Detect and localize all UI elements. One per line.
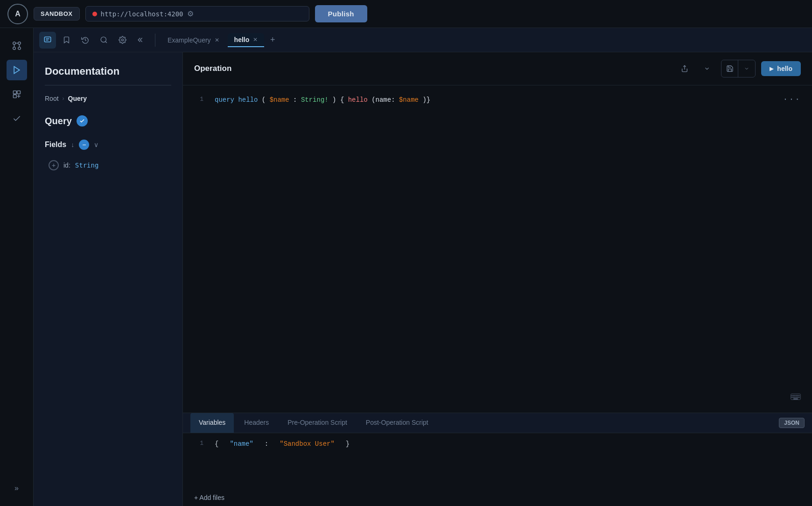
svg-point-32 bbox=[797, 397, 798, 398]
add-files-button[interactable]: + Add files bbox=[183, 489, 812, 506]
editor-wrapper: ExampleQuery ✕ hello ✕ + Documentation R… bbox=[34, 28, 812, 506]
share-icon-btn[interactable] bbox=[676, 60, 693, 77]
url-settings-icon[interactable]: ⚙ bbox=[187, 9, 194, 18]
sidebar-item-check[interactable] bbox=[7, 108, 27, 129]
var-value: "Sandbox User" bbox=[280, 439, 335, 449]
svg-point-16 bbox=[101, 37, 106, 42]
breadcrumb-root[interactable]: Root bbox=[45, 95, 59, 102]
doc-panel-title: Documentation bbox=[45, 65, 171, 77]
tab-example-query-close[interactable]: ✕ bbox=[215, 37, 219, 43]
sandbox-label: SANDBOX bbox=[34, 7, 80, 21]
search-icon-btn[interactable] bbox=[95, 32, 112, 49]
svg-rect-9 bbox=[17, 91, 20, 94]
svg-rect-34 bbox=[793, 399, 798, 400]
json-badge[interactable]: JSON bbox=[779, 418, 805, 428]
breadcrumb-chevron-icon: › bbox=[63, 95, 64, 102]
breadcrumb: Root › Query bbox=[45, 95, 171, 102]
query-heading: Query bbox=[45, 115, 171, 126]
minus-badge-button[interactable]: − bbox=[79, 140, 89, 150]
svg-line-17 bbox=[105, 42, 106, 43]
svg-point-31 bbox=[796, 397, 797, 398]
more-options-icon[interactable]: ··· bbox=[783, 95, 801, 104]
svg-point-18 bbox=[121, 39, 123, 41]
collapse-icon-btn[interactable] bbox=[133, 32, 149, 49]
history-icon-btn[interactable] bbox=[77, 32, 93, 49]
tab-hello-close[interactable]: ✕ bbox=[253, 37, 258, 42]
menu-icon-btn[interactable] bbox=[39, 32, 56, 49]
var-line-number: 1 bbox=[194, 439, 203, 449]
chevron-down-icon[interactable]: ∨ bbox=[94, 141, 98, 148]
svg-point-26 bbox=[797, 395, 798, 396]
svg-marker-7 bbox=[14, 67, 20, 74]
field-add-icon[interactable]: + bbox=[49, 160, 59, 170]
operation-chevron-down-icon[interactable] bbox=[699, 60, 715, 77]
bottom-tab-headers[interactable]: Headers bbox=[236, 413, 277, 433]
type-string: String! bbox=[301, 96, 329, 104]
param-ref: $name bbox=[399, 96, 419, 104]
bottom-tab-pre-script[interactable]: Pre-Operation Script bbox=[279, 413, 356, 433]
bottom-content: 1 { "name" : "Sandbox User" } bbox=[183, 433, 812, 489]
url-bar[interactable]: http://localhost:4200 ⚙ bbox=[85, 6, 309, 21]
top-bar: A SANDBOX http://localhost:4200 ⚙ Publis… bbox=[0, 0, 812, 28]
operation-bar: Operation bbox=[183, 52, 812, 85]
code-content: query hello ( $name : String! ) { hello … bbox=[215, 95, 430, 105]
svg-point-24 bbox=[794, 395, 795, 396]
settings-icon-btn[interactable] bbox=[114, 32, 131, 49]
svg-point-2 bbox=[13, 47, 15, 50]
sidebar-item-nodes[interactable] bbox=[7, 35, 27, 56]
app-logo[interactable]: A bbox=[7, 4, 28, 24]
sort-down-icon[interactable]: ↓ bbox=[71, 141, 74, 148]
sidebar-item-expand[interactable]: » bbox=[7, 478, 27, 499]
publish-button[interactable]: Publish bbox=[315, 5, 367, 22]
tab-hello-label: hello bbox=[234, 36, 250, 43]
svg-point-28 bbox=[791, 397, 792, 398]
svg-rect-13 bbox=[44, 37, 51, 42]
svg-rect-8 bbox=[13, 91, 16, 94]
save-chevron-down-icon[interactable] bbox=[738, 60, 755, 77]
add-tab-button[interactable]: + bbox=[266, 34, 279, 47]
bottom-tab-post-script[interactable]: Post-Operation Script bbox=[357, 413, 437, 433]
content-area: ExampleQuery ✕ hello ✕ + Documentation R… bbox=[34, 28, 812, 506]
bottom-tab-variables[interactable]: Variables bbox=[190, 413, 234, 433]
bookmark-icon-btn[interactable] bbox=[58, 32, 75, 49]
keyboard-icon[interactable] bbox=[791, 393, 801, 403]
sidebar-item-add[interactable] bbox=[7, 84, 27, 105]
tab-example-query[interactable]: ExampleQuery ✕ bbox=[161, 34, 226, 47]
run-button[interactable]: ▶ hello bbox=[761, 61, 801, 76]
operation-title: Operation bbox=[194, 64, 671, 73]
svg-rect-10 bbox=[13, 95, 16, 98]
fields-row: Fields ↓ − ∨ bbox=[45, 140, 171, 150]
svg-point-0 bbox=[13, 42, 15, 45]
save-icon-btn[interactable] bbox=[721, 60, 738, 77]
doc-divider bbox=[45, 85, 171, 85]
add-files-label: + Add files bbox=[194, 494, 224, 501]
function-name: hello bbox=[238, 96, 258, 104]
sidebar-item-editor[interactable] bbox=[7, 60, 27, 80]
keyword-query: query bbox=[215, 96, 234, 104]
tab-example-query-label: ExampleQuery bbox=[168, 36, 211, 44]
query-check-badge bbox=[77, 115, 88, 126]
tabs-bar: ExampleQuery ✕ hello ✕ + bbox=[34, 28, 812, 52]
svg-point-29 bbox=[793, 397, 794, 398]
tabs-divider bbox=[155, 34, 155, 47]
breadcrumb-active[interactable]: Query bbox=[68, 95, 87, 102]
svg-point-30 bbox=[794, 397, 795, 398]
line-number-1: 1 bbox=[194, 95, 203, 105]
code-panel: Operation bbox=[183, 52, 812, 506]
tab-hello[interactable]: hello ✕ bbox=[228, 33, 265, 47]
svg-point-22 bbox=[791, 395, 792, 396]
variables-line-1: 1 { "name" : "Sandbox User" } bbox=[194, 439, 801, 449]
function-call-name: hello bbox=[348, 96, 368, 104]
connection-status-dot bbox=[92, 12, 97, 16]
url-text: http://localhost:4200 bbox=[101, 10, 183, 18]
svg-point-23 bbox=[793, 395, 794, 396]
svg-point-27 bbox=[798, 395, 799, 396]
code-area: 1 query hello ( $name : String! ) { h bbox=[183, 85, 812, 413]
svg-point-33 bbox=[798, 397, 799, 398]
run-button-label: hello bbox=[777, 65, 792, 72]
field-type-label: String bbox=[75, 162, 99, 169]
fields-label: Fields bbox=[45, 141, 66, 149]
svg-point-25 bbox=[796, 395, 797, 396]
bottom-tabs-bar: Variables Headers Pre-Operation Script P… bbox=[183, 413, 812, 433]
var-key: "name" bbox=[230, 439, 253, 449]
